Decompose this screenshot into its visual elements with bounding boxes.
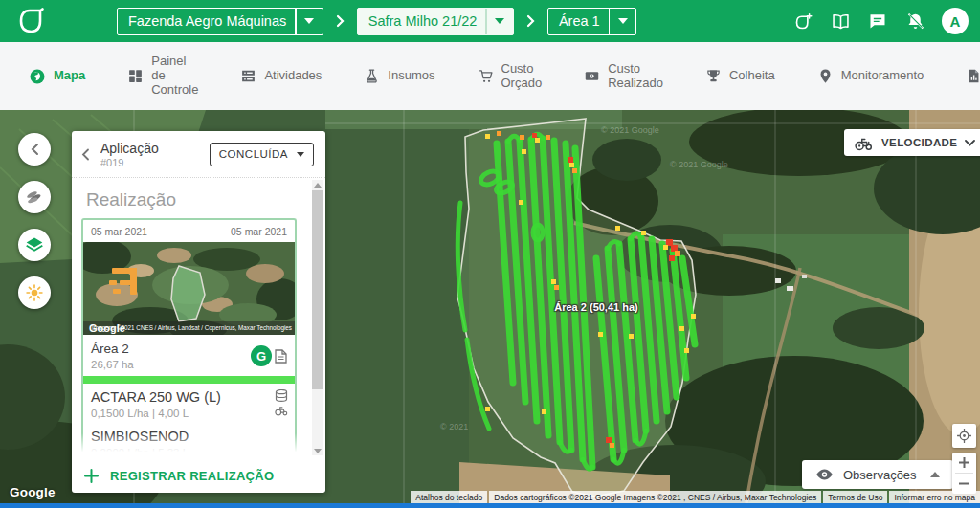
area-size: 26,67 ha — [91, 359, 134, 370]
chevron-down-icon — [487, 9, 513, 34]
tab-atividades[interactable]: Atividades — [240, 68, 322, 84]
chevron-left-icon — [81, 148, 90, 161]
velocity-layer-button[interactable]: VELOCIDADE — [844, 129, 980, 156]
report-chart-icon — [966, 68, 980, 84]
weather-tool-button[interactable] — [18, 276, 51, 309]
application-id: #019 — [100, 157, 159, 168]
tab-insumos[interactable]: Insumos — [364, 68, 434, 84]
map-tool-buttons — [18, 133, 51, 309]
layers-tool-button[interactable] — [18, 229, 51, 261]
application-panel: Aplicação #019 CONCLUÍDA Realização 05 m… — [72, 131, 325, 493]
chat-icon[interactable] — [867, 11, 888, 32]
area-summary-row[interactable]: Área 2 26,67 ha G — [83, 335, 295, 376]
globe-icon — [29, 68, 46, 85]
bottom-accent-bar — [0, 503, 980, 508]
farm-selector-label: Fazenda Aegro Máquinas — [118, 9, 295, 34]
notifications-off-icon[interactable] — [904, 11, 925, 32]
cart-icon — [478, 68, 494, 84]
tab-custo-realizado[interactable]: Custo Realizado — [584, 62, 663, 91]
chevron-down-icon — [297, 152, 304, 157]
map-zoom-control — [952, 453, 976, 494]
realization-card[interactable]: 05 mar 2021 05 mar 2021 — [81, 218, 297, 458]
chevron-down-icon — [610, 9, 635, 34]
scrollbar-thumb[interactable] — [312, 190, 323, 389]
terms-link[interactable]: Termos de Uso — [823, 491, 887, 503]
layers-icon — [25, 235, 44, 254]
tab-painel-de-controle[interactable]: Painel de Controle — [127, 55, 198, 98]
area-name: Área 2 — [91, 342, 134, 356]
aegro-app: Fazenda Aegro Máquinas Safra Milho 21/22… — [0, 0, 980, 508]
panel-title: Aplicação — [100, 141, 159, 156]
tab-label: Insumos — [388, 69, 434, 83]
field-area-label: Área 2 (50,41 ha) — [534, 301, 658, 313]
user-avatar[interactable]: A — [942, 8, 969, 34]
product-dose: 0,2000 L/ha | 5,33 L — [91, 447, 189, 458]
observations-button[interactable]: Observações — [802, 460, 953, 489]
panel-scrollbar[interactable] — [312, 180, 323, 455]
end-date: 05 mar 2021 — [231, 226, 287, 237]
tab-label: Colheita — [729, 69, 775, 83]
season-selector-label: Safra Milho 21/22 — [358, 9, 486, 34]
product-dose: 0,1500 L/ha | 4,00 L — [91, 408, 221, 419]
scroll-up-arrow[interactable] — [312, 180, 323, 189]
sun-icon — [25, 283, 44, 302]
tab-indicadores-relatorios[interactable]: Indicadores e Relatórios — [966, 55, 980, 98]
minus-icon — [958, 477, 970, 490]
section-title: Realização — [86, 189, 325, 210]
keyboard-shortcuts-link[interactable]: Atalhos do teclado — [411, 491, 487, 503]
tractor-icon — [274, 404, 289, 416]
activity-list-icon — [240, 68, 256, 84]
back-button[interactable] — [81, 148, 97, 161]
tab-label: Custo Orçado — [501, 62, 543, 91]
collapse-panel-button[interactable] — [18, 133, 51, 166]
svg-text:© 2021 Google: © 2021 Google — [670, 160, 728, 169]
tab-mapa[interactable]: Mapa — [29, 68, 85, 85]
map-data-attribution: Dados cartográficos ©2021 Google Imagens… — [489, 491, 821, 503]
chevron-up-icon — [930, 472, 940, 477]
eye-icon — [815, 468, 834, 481]
report-map-error-link[interactable]: Informar erro no mapa — [889, 491, 980, 503]
main-nav: Mapa Painel de Controle Atividades — [0, 42, 980, 110]
tab-label: Painel de Controle — [151, 55, 198, 98]
knowledge-book-icon[interactable] — [830, 11, 851, 32]
map-pin-icon — [817, 68, 834, 84]
area-selector[interactable]: Área 1 — [547, 8, 636, 35]
season-selector[interactable]: Safra Milho 21/22 — [357, 8, 514, 35]
product-name: ACTARA 250 WG (L) — [91, 389, 221, 405]
farm-selector[interactable]: Fazenda Aegro Máquinas — [117, 8, 323, 35]
register-realization-button[interactable]: REGISTRAR REALIZAÇÃO — [72, 458, 325, 493]
map-attribution: Atalhos do teclado Dados cartográficos ©… — [409, 491, 980, 503]
status-dropdown[interactable]: CONCLUÍDA — [210, 143, 314, 166]
money-icon — [584, 68, 600, 84]
tractor-icon — [854, 134, 874, 151]
panel-header: Aplicação #019 CONCLUÍDA — [72, 131, 325, 178]
tab-label: Atividades — [264, 69, 322, 83]
plus-icon — [958, 456, 970, 469]
zoom-in-button[interactable] — [952, 453, 976, 473]
area-selector-label: Área 1 — [548, 9, 609, 34]
seeds-tool-button[interactable] — [18, 181, 51, 213]
aegro-logo[interactable] — [0, 7, 63, 35]
svg-text:© 2021 Google: © 2021 Google — [601, 125, 659, 135]
my-location-button[interactable] — [952, 424, 976, 448]
scroll-down-arrow[interactable] — [312, 446, 323, 455]
google-logo: Google — [10, 485, 56, 499]
start-date: 05 mar 2021 — [91, 226, 147, 237]
tab-label: Mapa — [54, 69, 85, 83]
chevron-down-icon — [297, 9, 323, 34]
dashboard-icon — [127, 68, 144, 84]
map-canvas[interactable]: © 2021 Google © 2021 Google © 2021 Área … — [0, 110, 980, 503]
tab-custo-orcado[interactable]: Custo Orçado — [478, 62, 543, 91]
selected-indicator-bar — [83, 376, 295, 384]
product-row[interactable]: ACTARA 250 WG (L) 0,1500 L/ha | 4,00 L — [83, 384, 295, 423]
observations-button-label: Observações — [843, 468, 917, 482]
add-record-icon[interactable] — [792, 11, 813, 32]
register-button-label: REGISTRAR REALIZAÇÃO — [110, 469, 274, 483]
product-name: SIMBIOSENOD — [91, 429, 189, 444]
tab-label: Monitoramento — [841, 69, 924, 83]
product-row[interactable]: SIMBIOSENOD 0,2000 L/ha | 5,33 L — [83, 423, 295, 458]
tab-colheita[interactable]: Colheita — [705, 68, 775, 84]
chevron-left-icon — [30, 143, 39, 156]
tab-monitoramento[interactable]: Monitoramento — [817, 68, 924, 84]
svg-text:© 2021: © 2021 — [440, 422, 468, 431]
